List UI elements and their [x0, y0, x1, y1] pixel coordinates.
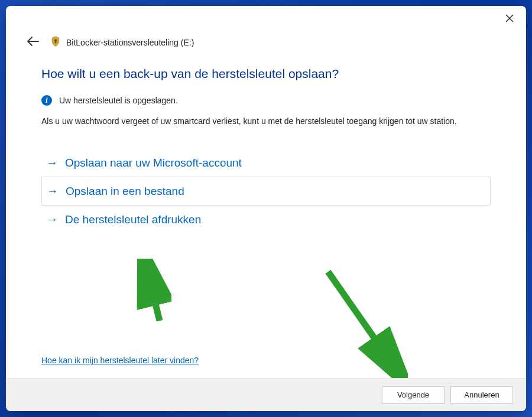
next-button[interactable]: Volgende — [382, 386, 445, 404]
arrow-right-icon: → — [47, 184, 59, 198]
page-heading: Hoe wilt u een back-up van de herstelsle… — [41, 67, 491, 81]
option-label: Opslaan in een bestand — [66, 185, 184, 198]
help-link[interactable]: Hoe kan ik mijn herstelsleutel later vin… — [41, 356, 199, 365]
description-text: Als u uw wachtwoord vergeet of uw smartc… — [41, 115, 491, 128]
info-row: i Uw herstelsleutel is opgeslagen. — [41, 95, 491, 106]
titlebar — [6, 6, 526, 31]
option-label: Opslaan naar uw Microsoft-account — [65, 157, 242, 170]
close-icon — [505, 14, 514, 22]
title-group: BitLocker-stationsversleuteling (E:) — [50, 35, 194, 50]
info-icon: i — [41, 95, 52, 106]
option-print-recovery-key[interactable]: → De herstelsleutel afdrukken — [41, 206, 491, 233]
arrow-right-icon: → — [46, 156, 58, 170]
cancel-button[interactable]: Annuleren — [450, 386, 513, 404]
option-label: De herstelsleutel afdrukken — [65, 213, 201, 226]
back-arrow-icon — [27, 37, 39, 46]
arrow-right-icon: → — [46, 213, 58, 226]
window-title: BitLocker-stationsversleuteling (E:) — [66, 38, 194, 47]
content-area: Hoe wilt u een back-up van de herstelsle… — [6, 61, 526, 378]
bitlocker-icon — [50, 35, 61, 50]
option-save-microsoft-account[interactable]: → Opslaan naar uw Microsoft-account — [41, 149, 491, 177]
svg-rect-3 — [55, 41, 57, 43]
options-list: → Opslaan naar uw Microsoft-account → Op… — [41, 149, 491, 233]
back-button[interactable] — [25, 34, 41, 50]
footer: Volgende Annuleren — [6, 378, 526, 411]
close-button[interactable] — [500, 11, 519, 26]
dialog-window: BitLocker-stationsversleuteling (E:) Hoe… — [6, 6, 526, 411]
option-save-to-file[interactable]: → Opslaan in een bestand — [41, 177, 491, 206]
info-text: Uw herstelsleutel is opgeslagen. — [59, 96, 178, 105]
header-row: BitLocker-stationsversleuteling (E:) — [6, 31, 526, 61]
